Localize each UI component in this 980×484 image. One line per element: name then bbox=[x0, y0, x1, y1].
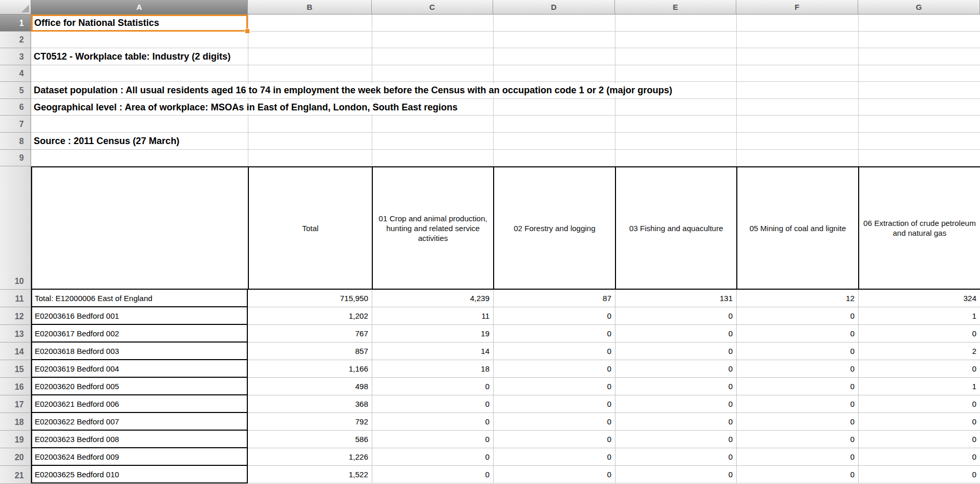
data-cell[interactable]: 12 bbox=[736, 290, 858, 307]
data-cell[interactable]: 4,239 bbox=[372, 290, 493, 307]
row-header-1[interactable]: 1 bbox=[0, 15, 31, 32]
data-cell[interactable]: 1 bbox=[858, 378, 980, 395]
data-cell[interactable]: 131 bbox=[615, 290, 736, 307]
cell-a3[interactable]: CT0512 - Workplace table: Industry (2 di… bbox=[31, 48, 234, 63]
data-cell[interactable]: 0 bbox=[615, 307, 736, 325]
cell-a5[interactable]: Dataset population : All usual residents… bbox=[31, 82, 676, 97]
row-header-8[interactable]: 8 bbox=[0, 133, 31, 150]
data-cell[interactable]: 1,226 bbox=[248, 448, 372, 466]
header-cell-forestry-logging[interactable]: 02 Forestry and logging bbox=[493, 166, 615, 290]
data-cell[interactable]: 87 bbox=[493, 290, 615, 307]
data-cell[interactable]: 0 bbox=[372, 378, 493, 395]
header-cell-extraction-petroleum-gas[interactable]: 06 Extraction of crude petroleum and nat… bbox=[858, 166, 980, 290]
cell-a8[interactable]: Source : 2011 Census (27 March) bbox=[31, 133, 183, 148]
row-header-2[interactable]: 2 bbox=[0, 32, 31, 48]
header-cell-fishing-aquaculture[interactable]: 03 Fishing and aquaculture bbox=[615, 166, 736, 290]
select-all-button[interactable] bbox=[0, 0, 31, 15]
data-cell[interactable]: 0 bbox=[858, 431, 980, 448]
row-header-11[interactable]: 11 bbox=[0, 290, 31, 307]
row-header-16[interactable]: 16 bbox=[0, 378, 31, 395]
data-cell[interactable]: 792 bbox=[248, 413, 372, 431]
column-header-d[interactable]: D bbox=[493, 0, 615, 15]
data-cell[interactable]: 18 bbox=[372, 360, 493, 378]
data-cell[interactable]: 0 bbox=[493, 378, 615, 395]
column-header-e[interactable]: E bbox=[615, 0, 736, 15]
row-label-cell[interactable]: E02003618 Bedford 003 bbox=[31, 343, 248, 360]
data-cell[interactable]: 0 bbox=[858, 466, 980, 483]
data-cell[interactable]: 0 bbox=[615, 378, 736, 395]
data-cell[interactable]: 11 bbox=[372, 307, 493, 325]
data-cell[interactable]: 0 bbox=[493, 325, 615, 343]
data-cell[interactable]: 0 bbox=[858, 360, 980, 378]
data-cell[interactable]: 0 bbox=[493, 307, 615, 325]
row-header-15[interactable]: 15 bbox=[0, 360, 31, 378]
row-label-cell[interactable]: E02003625 Bedford 010 bbox=[31, 466, 248, 483]
data-cell[interactable]: 0 bbox=[858, 413, 980, 431]
row-label-cell[interactable]: E02003617 Bedford 002 bbox=[31, 325, 248, 343]
row-header-3[interactable]: 3 bbox=[0, 48, 31, 65]
row-header-14[interactable]: 14 bbox=[0, 343, 31, 360]
data-cell[interactable]: 0 bbox=[615, 448, 736, 466]
row-header-5[interactable]: 5 bbox=[0, 82, 31, 99]
data-cell[interactable]: 0 bbox=[493, 343, 615, 360]
column-header-b[interactable]: B bbox=[248, 0, 372, 15]
data-cell[interactable]: 0 bbox=[372, 466, 493, 483]
data-cell[interactable]: 0 bbox=[736, 395, 858, 413]
row-header-19[interactable]: 19 bbox=[0, 431, 31, 448]
data-cell[interactable]: 1,166 bbox=[248, 360, 372, 378]
data-cell[interactable]: 0 bbox=[736, 431, 858, 448]
data-cell[interactable]: 0 bbox=[493, 360, 615, 378]
data-cell[interactable]: 19 bbox=[372, 325, 493, 343]
data-cell[interactable]: 767 bbox=[248, 325, 372, 343]
data-cell[interactable]: 0 bbox=[615, 343, 736, 360]
row-header-13[interactable]: 13 bbox=[0, 325, 31, 343]
column-header-g[interactable]: G bbox=[858, 0, 980, 15]
row-label-cell[interactable]: Total: E12000006 East of England bbox=[31, 290, 248, 307]
header-cell-crop-animal-production[interactable]: 01 Crop and animal production, hunting a… bbox=[372, 166, 493, 290]
row-label-cell[interactable]: E02003623 Bedford 008 bbox=[31, 431, 248, 448]
data-cell[interactable]: 0 bbox=[493, 466, 615, 483]
data-cell[interactable]: 498 bbox=[248, 378, 372, 395]
data-cell[interactable]: 0 bbox=[372, 413, 493, 431]
row-header-9[interactable]: 9 bbox=[0, 150, 31, 166]
row-header-10[interactable]: 10 bbox=[0, 166, 31, 290]
row-label-cell[interactable]: E02003616 Bedford 001 bbox=[31, 307, 248, 325]
column-header-f[interactable]: F bbox=[736, 0, 858, 15]
row-header-7[interactable]: 7 bbox=[0, 116, 31, 133]
data-cell[interactable]: 2 bbox=[858, 343, 980, 360]
data-cell[interactable]: 1 bbox=[858, 307, 980, 325]
data-cell[interactable]: 0 bbox=[736, 325, 858, 343]
column-header-a[interactable]: A bbox=[31, 0, 248, 15]
data-cell[interactable]: 586 bbox=[248, 431, 372, 448]
data-cell[interactable]: 0 bbox=[493, 431, 615, 448]
row-label-cell[interactable]: E02003624 Bedford 009 bbox=[31, 448, 248, 466]
header-cell-blank[interactable] bbox=[31, 166, 248, 290]
data-cell[interactable]: 0 bbox=[858, 448, 980, 466]
data-cell[interactable]: 857 bbox=[248, 343, 372, 360]
data-cell[interactable]: 324 bbox=[858, 290, 980, 307]
row-header-20[interactable]: 20 bbox=[0, 448, 31, 466]
row-header-12[interactable]: 12 bbox=[0, 307, 31, 325]
header-cell-total[interactable]: Total bbox=[248, 166, 372, 290]
data-cell[interactable]: 0 bbox=[372, 395, 493, 413]
data-cell[interactable]: 0 bbox=[493, 448, 615, 466]
data-cell[interactable]: 14 bbox=[372, 343, 493, 360]
data-cell[interactable]: 715,950 bbox=[248, 290, 372, 307]
data-cell[interactable]: 0 bbox=[615, 325, 736, 343]
data-cell[interactable]: 0 bbox=[858, 325, 980, 343]
data-cell[interactable]: 0 bbox=[372, 448, 493, 466]
row-header-6[interactable]: 6 bbox=[0, 99, 31, 116]
data-cell[interactable]: 368 bbox=[248, 395, 372, 413]
row-label-cell[interactable]: E02003619 Bedford 004 bbox=[31, 360, 248, 378]
row-label-cell[interactable]: E02003620 Bedford 005 bbox=[31, 378, 248, 395]
row-header-17[interactable]: 17 bbox=[0, 395, 31, 413]
row-header-21[interactable]: 21 bbox=[0, 466, 31, 484]
cell-a1-selected[interactable]: Office for National Statistics bbox=[31, 15, 248, 32]
data-cell[interactable]: 0 bbox=[372, 431, 493, 448]
data-cell[interactable]: 0 bbox=[615, 431, 736, 448]
row-label-cell[interactable]: E02003621 Bedford 006 bbox=[31, 395, 248, 413]
data-cell[interactable]: 0 bbox=[615, 466, 736, 483]
data-cell[interactable]: 0 bbox=[736, 343, 858, 360]
data-cell[interactable]: 0 bbox=[736, 448, 858, 466]
row-label-cell[interactable]: E02003622 Bedford 007 bbox=[31, 413, 248, 431]
